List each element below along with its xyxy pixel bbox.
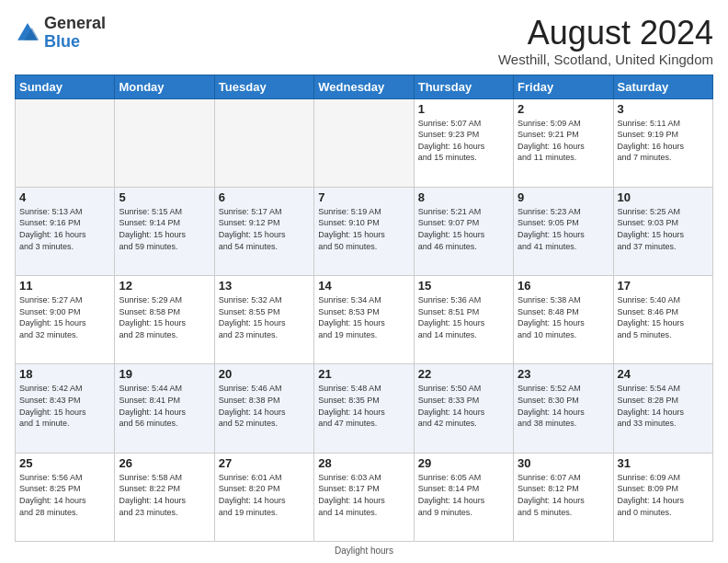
day-number: 20 xyxy=(219,367,310,381)
day-info: Sunrise: 5:21 AM Sunset: 9:07 PM Dayligh… xyxy=(418,206,509,252)
day-number: 8 xyxy=(418,190,509,204)
day-number: 4 xyxy=(19,190,110,204)
day-number: 25 xyxy=(19,456,110,470)
page: General Blue August 2024 Westhill, Scotl… xyxy=(0,0,728,563)
day-number: 12 xyxy=(119,279,210,293)
day-info: Sunrise: 5:32 AM Sunset: 8:55 PM Dayligh… xyxy=(219,294,310,340)
day-number: 15 xyxy=(418,279,509,293)
day-number: 11 xyxy=(19,279,110,293)
day-info: Sunrise: 6:09 AM Sunset: 8:09 PM Dayligh… xyxy=(618,472,709,518)
day-info: Sunrise: 5:23 AM Sunset: 9:05 PM Dayligh… xyxy=(518,206,609,252)
table-row: 25Sunrise: 5:56 AM Sunset: 8:25 PM Dayli… xyxy=(16,453,115,541)
table-row: 30Sunrise: 6:07 AM Sunset: 8:12 PM Dayli… xyxy=(514,453,613,541)
day-info: Sunrise: 5:40 AM Sunset: 8:46 PM Dayligh… xyxy=(618,294,709,340)
table-row: 8Sunrise: 5:21 AM Sunset: 9:07 PM Daylig… xyxy=(414,187,513,275)
table-row: 2Sunrise: 5:09 AM Sunset: 9:21 PM Daylig… xyxy=(514,98,613,187)
col-wednesday: Wednesday xyxy=(314,75,414,98)
day-info: Sunrise: 5:09 AM Sunset: 9:21 PM Dayligh… xyxy=(518,118,609,164)
table-row: 28Sunrise: 6:03 AM Sunset: 8:17 PM Dayli… xyxy=(314,453,414,541)
day-number: 7 xyxy=(318,190,409,204)
subtitle: Westhill, Scotland, United Kingdom xyxy=(498,52,713,67)
col-tuesday: Tuesday xyxy=(214,75,313,98)
table-row: 22Sunrise: 5:50 AM Sunset: 8:33 PM Dayli… xyxy=(414,364,513,453)
logo: General Blue xyxy=(15,15,106,52)
week-row-2: 4Sunrise: 5:13 AM Sunset: 9:16 PM Daylig… xyxy=(16,187,713,275)
day-number: 26 xyxy=(119,456,210,470)
day-number: 10 xyxy=(618,190,709,204)
day-info: Sunrise: 5:42 AM Sunset: 8:43 PM Dayligh… xyxy=(19,383,110,429)
logo-text: General Blue xyxy=(44,15,106,52)
day-info: Sunrise: 5:07 AM Sunset: 9:23 PM Dayligh… xyxy=(418,118,509,164)
logo-general: General xyxy=(44,14,106,32)
day-number: 1 xyxy=(418,102,509,116)
day-info: Sunrise: 5:38 AM Sunset: 8:48 PM Dayligh… xyxy=(518,294,609,340)
table-row: 7Sunrise: 5:19 AM Sunset: 9:10 PM Daylig… xyxy=(314,187,414,275)
day-number: 19 xyxy=(119,367,210,381)
day-info: Sunrise: 5:48 AM Sunset: 8:35 PM Dayligh… xyxy=(318,383,409,429)
main-title: August 2024 xyxy=(498,15,713,52)
table-row: 17Sunrise: 5:40 AM Sunset: 8:46 PM Dayli… xyxy=(613,276,712,364)
day-info: Sunrise: 5:36 AM Sunset: 8:51 PM Dayligh… xyxy=(418,294,509,340)
day-number: 28 xyxy=(318,456,409,470)
col-saturday: Saturday xyxy=(613,75,712,98)
table-row: 14Sunrise: 5:34 AM Sunset: 8:53 PM Dayli… xyxy=(314,276,414,364)
day-info: Sunrise: 5:44 AM Sunset: 8:41 PM Dayligh… xyxy=(119,383,210,429)
table-row: 27Sunrise: 6:01 AM Sunset: 8:20 PM Dayli… xyxy=(214,453,313,541)
table-row: 5Sunrise: 5:15 AM Sunset: 9:14 PM Daylig… xyxy=(115,187,214,275)
day-number: 29 xyxy=(418,456,509,470)
day-info: Sunrise: 5:15 AM Sunset: 9:14 PM Dayligh… xyxy=(119,206,210,252)
col-sunday: Sunday xyxy=(16,75,115,98)
day-number: 6 xyxy=(219,190,310,204)
day-info: Sunrise: 6:07 AM Sunset: 8:12 PM Dayligh… xyxy=(518,472,609,518)
table-row: 26Sunrise: 5:58 AM Sunset: 8:22 PM Dayli… xyxy=(115,453,214,541)
table-row: 29Sunrise: 6:05 AM Sunset: 8:14 PM Dayli… xyxy=(414,453,513,541)
day-info: Sunrise: 6:05 AM Sunset: 8:14 PM Dayligh… xyxy=(418,472,509,518)
table-row: 31Sunrise: 6:09 AM Sunset: 8:09 PM Dayli… xyxy=(613,453,712,541)
week-row-5: 25Sunrise: 5:56 AM Sunset: 8:25 PM Dayli… xyxy=(16,453,713,541)
day-info: Sunrise: 5:25 AM Sunset: 9:03 PM Dayligh… xyxy=(618,206,709,252)
day-number: 30 xyxy=(518,456,609,470)
table-row: 23Sunrise: 5:52 AM Sunset: 8:30 PM Dayli… xyxy=(514,364,613,453)
day-info: Sunrise: 5:27 AM Sunset: 9:00 PM Dayligh… xyxy=(19,294,110,340)
day-number: 2 xyxy=(518,102,609,116)
logo-icon xyxy=(15,20,40,46)
day-number: 27 xyxy=(219,456,310,470)
footer: Daylight hours xyxy=(15,546,713,556)
table-row xyxy=(314,98,414,187)
day-info: Sunrise: 5:46 AM Sunset: 8:38 PM Dayligh… xyxy=(219,383,310,429)
day-info: Sunrise: 5:52 AM Sunset: 8:30 PM Dayligh… xyxy=(518,383,609,429)
table-row: 19Sunrise: 5:44 AM Sunset: 8:41 PM Dayli… xyxy=(115,364,214,453)
calendar-header-row: Sunday Monday Tuesday Wednesday Thursday… xyxy=(16,75,713,98)
table-row: 6Sunrise: 5:17 AM Sunset: 9:12 PM Daylig… xyxy=(214,187,313,275)
day-number: 3 xyxy=(618,102,709,116)
col-friday: Friday xyxy=(514,75,613,98)
day-info: Sunrise: 5:29 AM Sunset: 8:58 PM Dayligh… xyxy=(119,294,210,340)
day-number: 9 xyxy=(518,190,609,204)
header: General Blue August 2024 Westhill, Scotl… xyxy=(15,15,713,67)
table-row: 13Sunrise: 5:32 AM Sunset: 8:55 PM Dayli… xyxy=(214,276,313,364)
day-info: Sunrise: 5:58 AM Sunset: 8:22 PM Dayligh… xyxy=(119,472,210,518)
day-info: Sunrise: 5:50 AM Sunset: 8:33 PM Dayligh… xyxy=(418,383,509,429)
table-row: 18Sunrise: 5:42 AM Sunset: 8:43 PM Dayli… xyxy=(16,364,115,453)
day-info: Sunrise: 5:11 AM Sunset: 9:19 PM Dayligh… xyxy=(618,118,709,164)
table-row: 24Sunrise: 5:54 AM Sunset: 8:28 PM Dayli… xyxy=(613,364,712,453)
day-number: 14 xyxy=(318,279,409,293)
table-row: 11Sunrise: 5:27 AM Sunset: 9:00 PM Dayli… xyxy=(16,276,115,364)
day-info: Sunrise: 5:19 AM Sunset: 9:10 PM Dayligh… xyxy=(318,206,409,252)
day-number: 31 xyxy=(618,456,709,470)
footer-label: Daylight hours xyxy=(335,546,393,556)
title-block: August 2024 Westhill, Scotland, United K… xyxy=(498,15,713,67)
day-number: 13 xyxy=(219,279,310,293)
day-info: Sunrise: 6:01 AM Sunset: 8:20 PM Dayligh… xyxy=(219,472,310,518)
week-row-3: 11Sunrise: 5:27 AM Sunset: 9:00 PM Dayli… xyxy=(16,276,713,364)
day-number: 16 xyxy=(518,279,609,293)
table-row: 4Sunrise: 5:13 AM Sunset: 9:16 PM Daylig… xyxy=(16,187,115,275)
table-row: 16Sunrise: 5:38 AM Sunset: 8:48 PM Dayli… xyxy=(514,276,613,364)
day-number: 18 xyxy=(19,367,110,381)
day-number: 24 xyxy=(618,367,709,381)
day-info: Sunrise: 6:03 AM Sunset: 8:17 PM Dayligh… xyxy=(318,472,409,518)
col-monday: Monday xyxy=(115,75,214,98)
table-row: 12Sunrise: 5:29 AM Sunset: 8:58 PM Dayli… xyxy=(115,276,214,364)
calendar-table: Sunday Monday Tuesday Wednesday Thursday… xyxy=(15,75,713,542)
week-row-1: 1Sunrise: 5:07 AM Sunset: 9:23 PM Daylig… xyxy=(16,98,713,187)
